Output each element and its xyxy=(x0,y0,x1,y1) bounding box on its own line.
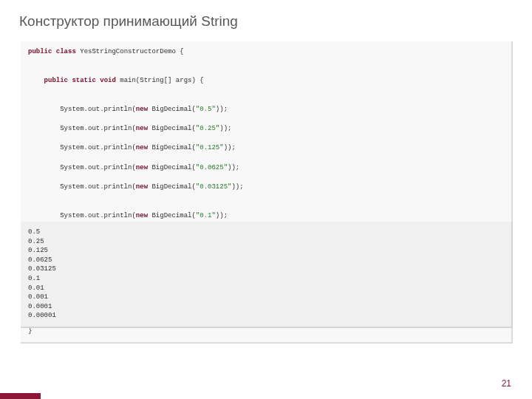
stmt-mid: BigDecimal( xyxy=(148,164,196,171)
slide-title: Конструктор принимающий String xyxy=(19,13,238,30)
kw-class: class xyxy=(56,48,76,55)
string-literal: "0.125" xyxy=(196,144,224,151)
stmt-suffix: )); xyxy=(216,212,228,219)
page-number: 21 xyxy=(502,378,511,389)
stmt-prefix: System.out.println( xyxy=(28,164,136,171)
stmt-mid: BigDecimal( xyxy=(148,106,196,113)
accent-bar xyxy=(0,393,41,399)
stmt-suffix: )); xyxy=(219,125,231,132)
string-literal: "0.5" xyxy=(196,106,216,113)
stmt-mid: BigDecimal( xyxy=(148,212,196,219)
kw-new: new xyxy=(136,183,148,191)
close-brace: } xyxy=(28,327,504,336)
stmt-prefix: System.out.println( xyxy=(28,183,136,191)
kw-new: new xyxy=(136,106,148,113)
kw-new: new xyxy=(136,164,148,171)
kw-new: new xyxy=(136,212,148,219)
kw-void: void xyxy=(100,77,116,84)
string-literal: "0.03125" xyxy=(196,183,232,191)
class-decl: YesStringConstructorDemo { xyxy=(76,48,184,55)
kw-public: public xyxy=(28,48,52,55)
kw-new: new xyxy=(136,144,148,151)
kw-public: public xyxy=(44,77,68,84)
stmt-suffix: )); xyxy=(216,106,228,113)
stmt-prefix: System.out.println( xyxy=(28,125,136,132)
kw-new: new xyxy=(136,125,148,132)
stmt-prefix: System.out.println( xyxy=(28,212,136,219)
kw-static: static xyxy=(72,77,95,84)
string-literal: "0.0625" xyxy=(196,164,228,171)
stmt-suffix: )); xyxy=(224,144,236,151)
stmt-mid: BigDecimal( xyxy=(148,125,196,132)
stmt-prefix: System.out.println( xyxy=(28,144,136,151)
stmt-suffix: )); xyxy=(231,183,243,191)
string-literal: "0.1" xyxy=(196,212,216,219)
main-decl: main(String[] args) { xyxy=(116,77,204,84)
stmt-mid: BigDecimal( xyxy=(148,144,196,151)
stmt-suffix: )); xyxy=(228,164,239,171)
stmt-prefix: System.out.println( xyxy=(28,106,136,113)
output-block: 0.5 0.25 0.125 0.0625 0.03125 0.1 0.01 0… xyxy=(21,222,513,328)
stmt-mid: BigDecimal( xyxy=(148,183,196,191)
string-literal: "0.25" xyxy=(196,125,219,132)
